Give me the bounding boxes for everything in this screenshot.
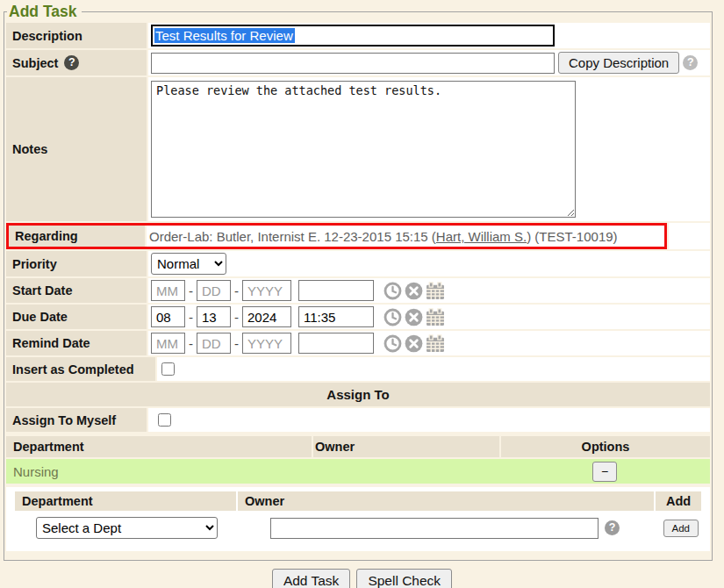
- add-task-button[interactable]: Add Task: [272, 569, 350, 588]
- regarding-text: Order-Lab: Butler, Internist E. 12-23-20…: [149, 229, 618, 244]
- footer-actions: Add Task Spell Check: [0, 569, 724, 588]
- date-separator: -: [234, 310, 239, 325]
- assign-myself-cell: [148, 408, 710, 432]
- add-task-fieldset: Add Task Description Test Results for Re…: [4, 3, 713, 561]
- assigned-table-header: Department Owner Options: [6, 436, 710, 457]
- description-label: Description: [6, 23, 147, 48]
- add-header-add: Add: [656, 491, 701, 511]
- assigned-table-row: Nursing −: [6, 459, 710, 484]
- regarding-text-prefix: Order-Lab: Butler, Internist E. 12-23-20…: [149, 229, 436, 244]
- owner-input[interactable]: [270, 518, 599, 539]
- assign-to-section-header: Assign To: [6, 383, 710, 406]
- regarding-row: Regarding Order-Lab: Butler, Internist E…: [6, 223, 710, 249]
- priority-cell: Normal: [148, 251, 710, 276]
- remind-date-month-input[interactable]: [151, 333, 185, 354]
- assigned-header-owner: Owner: [313, 436, 499, 457]
- regarding-label: Regarding: [9, 226, 145, 247]
- copy-description-help-icon[interactable]: ?: [683, 55, 698, 70]
- start-date-cell: - -: [148, 278, 710, 303]
- assigned-department-value: Nursing: [6, 464, 313, 479]
- add-assignment-row: Select a Dept ? Add: [15, 513, 701, 541]
- notes-label: Notes: [6, 77, 147, 221]
- spell-check-button[interactable]: Spell Check: [356, 569, 452, 588]
- description-input[interactable]: Test Results for Review: [151, 25, 555, 47]
- subject-help-icon[interactable]: ?: [64, 55, 79, 70]
- notes-cell: Please review the attached test results.: [148, 77, 710, 221]
- start-date-label: Start Date: [6, 278, 147, 303]
- start-date-time-input[interactable]: [298, 280, 374, 301]
- regarding-cell: Order-Lab: Butler, Internist E. 12-23-20…: [147, 226, 664, 247]
- calendar-icon[interactable]: [426, 334, 445, 353]
- calendar-icon[interactable]: [426, 282, 445, 300]
- add-assignment-section: Department Owner Add Select a Dept ? Add: [6, 487, 710, 551]
- remind-date-year-input[interactable]: [242, 333, 291, 354]
- page-title: Add Task: [7, 3, 82, 21]
- description-row: Description Test Results for Review: [6, 23, 710, 48]
- insert-completed-row: Insert as Completed: [6, 357, 710, 381]
- remind-date-row: Remind Date - -: [6, 331, 710, 355]
- insert-completed-cell: [157, 357, 710, 381]
- notes-textarea[interactable]: Please review the attached test results.: [151, 81, 576, 218]
- date-separator: -: [189, 283, 193, 298]
- remind-date-cell: - -: [148, 331, 710, 355]
- date-separator: -: [234, 283, 239, 298]
- due-date-row: Due Date - -: [6, 305, 710, 329]
- subject-input[interactable]: [151, 53, 555, 74]
- clear-date-icon[interactable]: [405, 308, 423, 326]
- start-date-icons: [384, 282, 445, 300]
- due-date-label: Due Date: [6, 305, 147, 329]
- due-date-day-input[interactable]: [197, 306, 231, 327]
- remind-date-label: Remind Date: [6, 331, 147, 355]
- due-date-icons: [384, 308, 445, 326]
- start-date-day-input[interactable]: [197, 280, 231, 301]
- regarding-highlight-box: Regarding Order-Lab: Butler, Internist E…: [6, 223, 667, 249]
- clear-date-icon[interactable]: [405, 282, 423, 300]
- priority-row: Priority Normal: [6, 251, 710, 276]
- due-date-cell: - -: [148, 305, 710, 329]
- regarding-patient-link[interactable]: Hart, William S.: [436, 229, 527, 244]
- calendar-icon[interactable]: [426, 308, 445, 326]
- assign-myself-row: Assign To Myself: [6, 408, 710, 432]
- assigned-header-department: Department: [6, 436, 312, 457]
- subject-row: Subject ? Copy Description ?: [6, 50, 710, 75]
- priority-label: Priority: [6, 251, 147, 276]
- remove-assignment-button[interactable]: −: [592, 462, 617, 482]
- regarding-row-filler: [669, 223, 710, 249]
- copy-description-button[interactable]: Copy Description: [558, 52, 679, 74]
- remind-date-day-input[interactable]: [197, 333, 231, 354]
- add-header-owner: Owner: [238, 491, 654, 511]
- regarding-text-suffix: ) (TEST-10019): [527, 229, 617, 244]
- insert-completed-checkbox[interactable]: [161, 362, 175, 376]
- subject-label: Subject: [12, 56, 58, 70]
- date-separator: -: [234, 336, 239, 351]
- due-date-month-input[interactable]: [151, 306, 185, 327]
- add-assignment-button[interactable]: Add: [663, 520, 699, 537]
- owner-help-icon[interactable]: ?: [605, 520, 620, 535]
- insert-completed-label: Insert as Completed: [6, 357, 155, 381]
- department-select[interactable]: Select a Dept: [36, 517, 218, 539]
- assign-myself-checkbox[interactable]: [158, 413, 171, 427]
- assigned-header-options: Options: [501, 436, 710, 457]
- assign-myself-label: Assign To Myself: [6, 408, 147, 432]
- clock-icon[interactable]: [384, 334, 402, 353]
- clear-date-icon[interactable]: [405, 334, 423, 353]
- start-date-month-input[interactable]: [151, 280, 185, 301]
- start-date-year-input[interactable]: [242, 280, 291, 301]
- remind-date-icons: [384, 334, 445, 353]
- subject-cell: Copy Description ?: [148, 50, 710, 75]
- due-date-time-input[interactable]: [298, 306, 374, 327]
- add-table-header: Department Owner Add: [15, 491, 701, 511]
- add-header-department: Department: [15, 491, 236, 511]
- start-date-row: Start Date - -: [6, 278, 710, 303]
- date-separator: -: [189, 336, 193, 351]
- selected-text: Test Results for Review: [154, 28, 295, 43]
- date-separator: -: [189, 310, 193, 325]
- clock-icon[interactable]: [384, 282, 402, 300]
- priority-select[interactable]: Normal: [151, 253, 226, 275]
- description-cell: Test Results for Review: [148, 23, 710, 48]
- clock-icon[interactable]: [384, 308, 402, 326]
- remind-date-time-input[interactable]: [298, 333, 374, 354]
- notes-row: Notes Please review the attached test re…: [6, 77, 710, 221]
- due-date-year-input[interactable]: [242, 306, 291, 327]
- add-task-page: { "title": "Add Task", "fields": { "desc…: [0, 0, 724, 588]
